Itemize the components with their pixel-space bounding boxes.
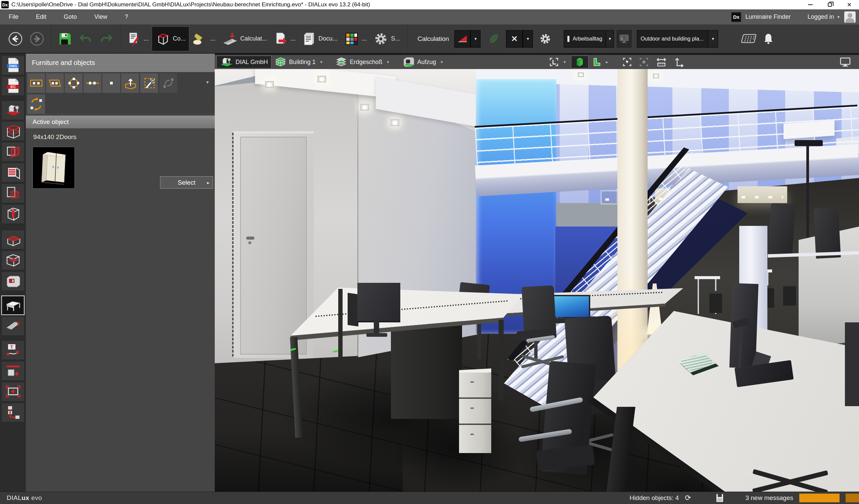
- sidebar-item-hierarchy[interactable]: [1, 403, 25, 422]
- tool-line-arrangement[interactable]: [83, 73, 102, 93]
- measure-icon: [655, 56, 667, 68]
- sidebar-item-materials[interactable]: [1, 316, 25, 336]
- sidebar-item-site[interactable]: [1, 100, 25, 120]
- colour-grid-icon: [344, 31, 359, 46]
- export-mode-button[interactable]: ...: [270, 27, 299, 51]
- energy-button[interactable]: [484, 27, 503, 51]
- measure-button[interactable]: [652, 56, 670, 68]
- chevron-down-icon[interactable]: ▾: [562, 60, 568, 64]
- sidebar-item-light-scene[interactable]: [1, 361, 25, 381]
- save-button[interactable]: [55, 27, 75, 51]
- sidebar-item-room-outline[interactable]: [1, 142, 25, 161]
- chevron-down-icon[interactable]: ▾: [606, 31, 614, 47]
- sidebar-item-column[interactable]: [1, 204, 25, 224]
- sidebar-item-ceiling[interactable]: [1, 251, 25, 270]
- zones-icon: [5, 186, 21, 201]
- tools-more-dropdown[interactable]: ▾: [206, 79, 209, 85]
- colour-scheme-button[interactable]: ...: [341, 27, 370, 51]
- chevron-right-icon[interactable]: ▸: [604, 60, 610, 64]
- light-mode-button[interactable]: ...: [189, 27, 219, 51]
- select-button[interactable]: Select ▸: [160, 176, 213, 189]
- restore-button[interactable]: [820, 0, 840, 10]
- chevron-down-icon[interactable]: ▾: [708, 31, 718, 47]
- selection-mode-button[interactable]: ▾: [546, 56, 571, 68]
- construction-mode-button[interactable]: Co...: [152, 27, 189, 51]
- start-calculation-button[interactable]: [454, 30, 470, 48]
- sidebar-item-dwg-import[interactable]: DWG: [1, 56, 25, 75]
- furniture-icon: [5, 298, 21, 312]
- cancel-calculation-button[interactable]: ✕: [506, 30, 523, 48]
- luminaire-finder-button[interactable]: Luminaire Finder: [745, 13, 790, 20]
- refresh-icon[interactable]: ⟳: [685, 493, 691, 502]
- display-settings-button[interactable]: [836, 56, 854, 68]
- menu-view[interactable]: View: [86, 10, 116, 25]
- scene-pendant-luminaire: [738, 186, 787, 203]
- view-plan-button[interactable]: ▸: [589, 56, 613, 68]
- tool-polygonal-arrangement[interactable]: [46, 73, 64, 93]
- cube-3d-icon: [575, 56, 585, 68]
- light-scene-selector[interactable]: Arbeitsalltag ▾: [564, 30, 614, 48]
- numpad-button[interactable]: [737, 27, 760, 51]
- storey-breadcrumb-button[interactable]: Erdgeschoß ▾: [332, 56, 394, 68]
- move-view-button[interactable]: [670, 56, 688, 68]
- menu-help[interactable]: ?: [116, 10, 137, 25]
- colour-scheme-label: ...: [362, 35, 367, 42]
- sidebar-item-roof[interactable]: [1, 230, 25, 249]
- chevron-down-icon[interactable]: ▾: [318, 60, 324, 64]
- chevron-down-icon[interactable]: ▾: [385, 60, 391, 64]
- chevron-down-icon[interactable]: ▾: [837, 14, 840, 19]
- redo-icon: [99, 32, 114, 46]
- sidebar-item-facade[interactable]: [1, 163, 25, 182]
- save-icon: [58, 32, 72, 46]
- autosave-icon[interactable]: [717, 494, 723, 502]
- redo-button[interactable]: [96, 27, 117, 51]
- calculation-dropdown[interactable]: ▾: [470, 30, 481, 48]
- sidebar-item-furniture[interactable]: [1, 296, 25, 315]
- tool-follow-arrangement[interactable]: [159, 73, 178, 93]
- sidebar-item-storeys[interactable]: [1, 121, 25, 141]
- sidebar-item-calculation-surface[interactable]: [1, 382, 25, 401]
- cancel-dropdown[interactable]: ▾: [523, 30, 533, 48]
- forward-button[interactable]: [26, 27, 48, 51]
- active-object-thumbnail[interactable]: [32, 147, 75, 189]
- calculation-objects-button[interactable]: Calculat...: [219, 27, 270, 51]
- zoom-selection-icon: [639, 57, 649, 67]
- ceiling-icon: [5, 253, 21, 268]
- logged-in-button[interactable]: Logged in: [807, 13, 834, 20]
- sidebar-item-opening[interactable]: [1, 271, 25, 291]
- avatar[interactable]: [844, 11, 856, 23]
- undo-button[interactable]: [75, 27, 96, 51]
- chevron-down-icon[interactable]: ▾: [439, 60, 445, 64]
- tool-rectangular-arrangement[interactable]: [27, 73, 45, 93]
- tool-circular-arrangement[interactable]: [64, 73, 83, 93]
- 3d-viewport[interactable]: [215, 69, 859, 492]
- room-breadcrumb-button[interactable]: Aufzug ▾: [399, 56, 448, 68]
- documentation-mode-button[interactable]: Docu...: [299, 27, 341, 51]
- zoom-fit-button[interactable]: [619, 56, 635, 68]
- minimize-button[interactable]: [801, 0, 820, 10]
- scene-preview-button[interactable]: [617, 30, 632, 48]
- notifications-button[interactable]: [760, 27, 777, 51]
- tool-swap-objects[interactable]: [27, 94, 45, 114]
- site-breadcrumb-button[interactable]: DIAL GmbH: [216, 56, 271, 68]
- edit-mode-button[interactable]: ...: [124, 27, 152, 51]
- menu-file[interactable]: File: [0, 10, 27, 25]
- menu-goto[interactable]: Goto: [55, 10, 86, 25]
- close-button[interactable]: ✕: [840, 0, 859, 10]
- menu-edit[interactable]: Edit: [27, 10, 55, 25]
- view-mode-selector[interactable]: Outdoor and building pla... ▾: [637, 30, 718, 48]
- back-button[interactable]: [5, 27, 26, 51]
- tool-extract-object[interactable]: [121, 73, 139, 93]
- settings-mode-button[interactable]: S...: [370, 27, 403, 51]
- calculation-settings-button[interactable]: [536, 27, 555, 51]
- building-breadcrumb-button[interactable]: Building 1 ▾: [271, 56, 328, 68]
- sidebar-item-zones[interactable]: [1, 184, 25, 203]
- new-messages-label[interactable]: 3 new messages: [745, 494, 793, 502]
- view-3d-button[interactable]: [571, 56, 589, 68]
- sidebar-item-text[interactable]: T: [1, 341, 25, 360]
- tool-magic-wand[interactable]: [140, 73, 159, 93]
- room-outline-icon: [5, 144, 21, 159]
- tool-single-object[interactable]: [102, 73, 120, 93]
- sidebar-item-ifc-import[interactable]: IFC: [1, 76, 25, 96]
- zoom-selection-button[interactable]: [635, 56, 652, 68]
